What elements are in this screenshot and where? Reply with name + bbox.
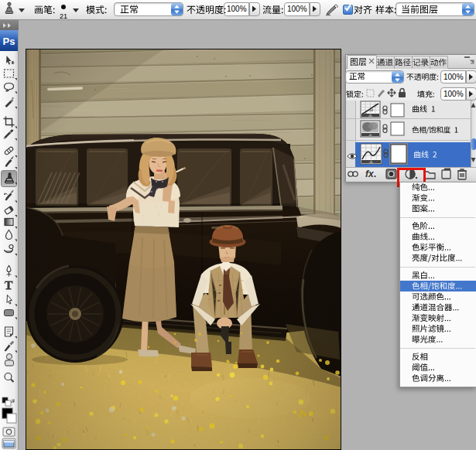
svg-text:21: 21 — [60, 12, 67, 20]
svg-text:Ps: Ps — [3, 36, 15, 47]
